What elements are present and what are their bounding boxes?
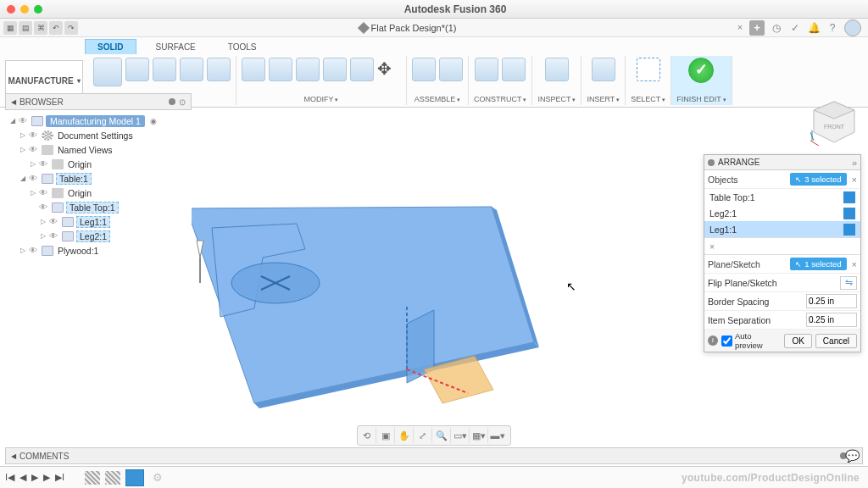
measure-icon[interactable] bbox=[545, 58, 569, 81]
arrange-list-item[interactable]: Leg2:1 bbox=[704, 205, 860, 221]
display-settings-icon[interactable]: ▭▾ bbox=[454, 428, 470, 443]
collapse-comments-icon[interactable]: ◀ bbox=[11, 452, 16, 460]
press-pull-icon[interactable] bbox=[242, 58, 265, 81]
comments-bar[interactable]: ◀ COMMENTS ⊙ bbox=[5, 447, 863, 464]
panel-grip-icon[interactable] bbox=[708, 159, 715, 166]
new-tab-icon[interactable]: + bbox=[749, 20, 765, 36]
tree-item[interactable]: ▷👁Document Settings bbox=[5, 128, 192, 142]
remove-item-row[interactable]: × bbox=[704, 238, 860, 255]
orbit-icon[interactable]: ⟲ bbox=[361, 428, 376, 443]
finish-edit-icon[interactable] bbox=[688, 58, 714, 83]
loft-icon[interactable] bbox=[207, 58, 231, 81]
redo-icon[interactable]: ↷ bbox=[64, 21, 78, 35]
auto-preview-input[interactable] bbox=[721, 336, 732, 347]
plane-icon[interactable] bbox=[475, 58, 498, 81]
tab-surface[interactable]: SURFACE bbox=[143, 39, 209, 54]
timeline-start-icon[interactable]: I◀ bbox=[5, 472, 14, 483]
chat-bubble-icon[interactable]: 💬 bbox=[845, 449, 860, 463]
tree-item[interactable]: ▷👁Origin bbox=[5, 157, 192, 171]
axis-icon[interactable] bbox=[502, 58, 526, 81]
fit-icon[interactable]: 🔍 bbox=[436, 428, 451, 443]
save-icon[interactable]: ⌘ bbox=[34, 21, 47, 35]
extensions-icon[interactable]: ◷ bbox=[770, 21, 783, 35]
view-cube[interactable]: FRONT bbox=[810, 98, 858, 146]
manipulator-arrow-icon[interactable] bbox=[197, 241, 203, 258]
radio-icon[interactable]: ◉ bbox=[150, 117, 157, 125]
inspect-label[interactable]: INSPECT bbox=[537, 95, 576, 105]
new-component-icon[interactable] bbox=[412, 58, 436, 81]
user-avatar[interactable] bbox=[844, 19, 861, 36]
revolve-icon[interactable] bbox=[153, 58, 176, 81]
select-label[interactable]: SELECT bbox=[631, 95, 665, 105]
tree-root[interactable]: ◢👁 Manufacturing Model 1 ◉ bbox=[5, 114, 192, 128]
timeline-feature-2[interactable] bbox=[105, 471, 120, 485]
shell-icon[interactable] bbox=[323, 58, 347, 81]
close-window-icon[interactable] bbox=[7, 5, 15, 14]
flip-icon[interactable]: ⇋ bbox=[840, 276, 857, 290]
grid-settings-icon[interactable]: ▦▾ bbox=[473, 428, 488, 443]
undo-icon[interactable]: ↶ bbox=[49, 21, 63, 35]
extrude-icon[interactable] bbox=[125, 58, 149, 81]
fillet-icon[interactable] bbox=[269, 58, 292, 81]
file-menu-icon[interactable]: ▤ bbox=[19, 21, 32, 35]
combine-icon[interactable] bbox=[350, 58, 374, 81]
insert-icon[interactable] bbox=[592, 58, 615, 81]
assemble-label[interactable]: ASSEMBLE bbox=[415, 95, 460, 105]
ok-button[interactable]: OK bbox=[784, 334, 811, 348]
clear-plane-icon[interactable]: × bbox=[852, 259, 857, 269]
close-tab-icon[interactable]: × bbox=[734, 22, 746, 34]
select-icon[interactable] bbox=[637, 58, 660, 81]
arrange-header[interactable]: ARRANGE » bbox=[704, 155, 860, 170]
minimize-window-icon[interactable] bbox=[20, 5, 29, 14]
tree-item[interactable]: ▷👁Named Views bbox=[5, 142, 192, 157]
tree-item[interactable]: 👁Table Top:1 bbox=[5, 200, 192, 214]
info-icon[interactable]: i bbox=[708, 336, 718, 346]
document-tab[interactable]: Flat Pack Design*(1) bbox=[81, 23, 734, 33]
arrange-list-item[interactable]: Leg1:1 bbox=[704, 221, 860, 237]
timeline-prev-icon[interactable]: ◀ bbox=[19, 472, 26, 483]
border-spacing-input[interactable] bbox=[806, 294, 857, 308]
grid-icon[interactable]: ▦ bbox=[3, 21, 17, 35]
help-icon[interactable]: ? bbox=[826, 21, 839, 35]
tree-item[interactable]: ▷👁Leg1:1 bbox=[5, 214, 192, 229]
job-status-icon[interactable]: ✓ bbox=[788, 21, 802, 35]
viewport-layout-icon[interactable]: ▬▾ bbox=[492, 428, 507, 443]
look-at-icon[interactable]: ▣ bbox=[380, 428, 395, 443]
timeline-end-icon[interactable]: ▶I bbox=[55, 472, 64, 483]
insert-label[interactable]: INSERT bbox=[587, 95, 620, 105]
sketch-icon[interactable] bbox=[93, 58, 122, 86]
tree-item[interactable]: ▷👁Leg2:1 bbox=[5, 229, 192, 243]
tree-item[interactable]: ▷👁Origin bbox=[5, 186, 192, 200]
expand-icon[interactable]: » bbox=[852, 158, 857, 168]
arrange-list-item[interactable]: Table Top:1 bbox=[704, 189, 860, 205]
joint-icon[interactable] bbox=[439, 58, 463, 81]
finish-label[interactable]: FINISH EDIT bbox=[676, 95, 726, 105]
clear-objects-icon[interactable]: × bbox=[852, 175, 857, 185]
pan-icon[interactable]: ✋ bbox=[398, 428, 414, 443]
timeline-next-icon[interactable]: ▶ bbox=[43, 472, 50, 483]
plane-selection-chip[interactable]: 1 selected bbox=[790, 258, 846, 270]
tab-solid[interactable]: SOLID bbox=[85, 39, 136, 54]
browser-header[interactable]: ◀ BROWSER ⊙ bbox=[5, 93, 192, 110]
notifications-icon[interactable]: 🔔 bbox=[807, 21, 821, 35]
timeline-feature-1[interactable] bbox=[85, 471, 100, 485]
auto-preview-checkbox[interactable]: Auto preview bbox=[721, 331, 781, 350]
maximize-window-icon[interactable] bbox=[34, 5, 42, 14]
objects-selection-chip[interactable]: 3 selected bbox=[790, 173, 846, 186]
tree-item[interactable]: ◢👁Table:1 bbox=[5, 171, 192, 186]
collapse-icon[interactable]: ◀ bbox=[11, 98, 16, 106]
zoom-icon[interactable]: ⤢ bbox=[417, 428, 432, 443]
timeline-feature-arrange[interactable] bbox=[125, 469, 144, 486]
tab-tools[interactable]: TOOLS bbox=[215, 39, 270, 54]
browser-options-icon[interactable] bbox=[169, 98, 175, 105]
modify-label[interactable]: MODIFY bbox=[304, 95, 339, 105]
cancel-button[interactable]: Cancel bbox=[815, 334, 857, 348]
chamfer-icon[interactable] bbox=[296, 58, 320, 81]
move-icon[interactable]: ✥ bbox=[377, 58, 401, 81]
item-separation-input[interactable] bbox=[806, 313, 857, 327]
pin-icon[interactable]: ⊙ bbox=[179, 97, 186, 107]
tree-item[interactable]: ▷👁Plywood:1 bbox=[5, 243, 192, 258]
timeline-play-icon[interactable]: ▶ bbox=[31, 472, 38, 483]
browser-tree[interactable]: ◢👁 Manufacturing Model 1 ◉ ▷👁Document Se… bbox=[5, 110, 192, 261]
construct-label[interactable]: CONSTRUCT bbox=[474, 95, 526, 105]
